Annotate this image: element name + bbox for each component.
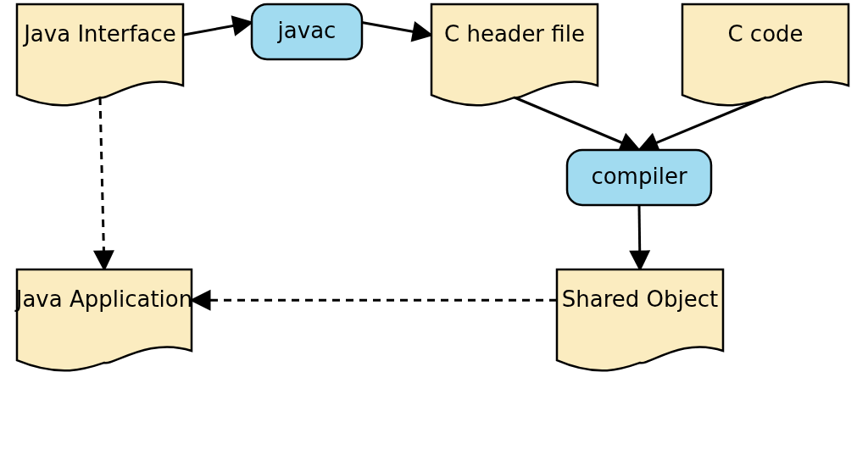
edge-java_interface-to-javac (183, 22, 252, 35)
node-label: C header file (444, 21, 585, 47)
edge-c_header-to-compiler (515, 97, 639, 150)
node-shared_object: Shared Object (557, 269, 723, 370)
edge-compiler-to-shared_object (639, 205, 640, 269)
edge-java_interface-to-java_application (100, 97, 104, 269)
node-label: javac (277, 18, 337, 43)
edge-javac-to-c_header (362, 22, 431, 35)
node-c_code: C code (682, 4, 849, 105)
node-javac: javac (252, 4, 362, 59)
node-java_application: Java Application (14, 269, 192, 370)
document-icon (17, 269, 192, 370)
node-label: Java Interface (22, 21, 176, 47)
document-icon (682, 4, 849, 105)
node-c_header: C header file (431, 4, 598, 105)
document-icon (431, 4, 598, 105)
node-label: Shared Object (562, 286, 718, 312)
document-icon (557, 269, 723, 370)
node-label: C code (727, 21, 803, 47)
document-icon (17, 4, 183, 105)
jni-build-diagram: Java InterfacejavacC header fileC codeco… (0, 0, 868, 461)
edge-c_code-to-compiler (639, 97, 765, 150)
node-java_interface: Java Interface (17, 4, 183, 105)
node-compiler: compiler (567, 150, 711, 205)
node-label: Java Application (14, 286, 192, 312)
node-label: compiler (591, 164, 687, 189)
